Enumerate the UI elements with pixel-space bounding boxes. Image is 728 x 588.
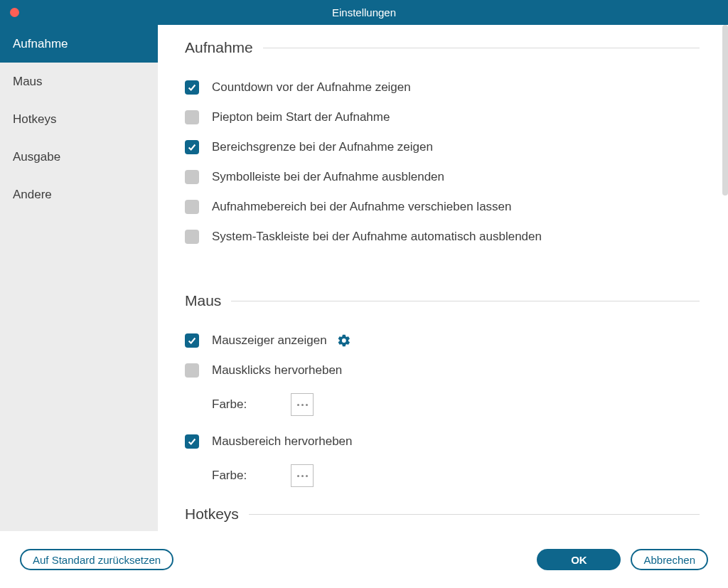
check-row-highlight-clicks: Mausklicks hervorheben: [185, 363, 700, 378]
check-row: Symbolleiste bei der Aufnahme ausblenden: [185, 170, 700, 184]
gear-icon[interactable]: [337, 333, 351, 348]
checkbox[interactable]: [185, 140, 199, 154]
checkbox[interactable]: [185, 170, 199, 184]
sidebar-item-label: Hotkeys: [13, 112, 56, 127]
section-heading-maus: Maus: [185, 292, 700, 309]
sidebar-item-label: Andere: [13, 188, 52, 202]
sidebar-item-ausgabe[interactable]: Ausgabe: [0, 138, 158, 176]
color-label: Farbe:: [212, 469, 247, 483]
color-label: Farbe:: [212, 397, 247, 412]
sidebar-item-label: Maus: [13, 75, 43, 89]
section-title: Aufnahme: [185, 39, 263, 56]
section-divider: [263, 48, 700, 48]
section-title: Maus: [185, 292, 231, 309]
titlebar: Einstellungen: [0, 0, 728, 25]
sidebar-item-label: Aufnahme: [13, 37, 68, 51]
checkbox[interactable]: [185, 200, 199, 214]
checkbox-show-cursor[interactable]: [185, 333, 199, 348]
sidebar-item-hotkeys[interactable]: Hotkeys: [0, 100, 158, 138]
check-row: System-Taskleiste bei der Aufnahme autom…: [185, 230, 700, 244]
section-divider: [249, 514, 700, 515]
footer: Auf Standard zurücksetzen OK Abbrechen: [0, 531, 728, 588]
ok-button[interactable]: OK: [537, 549, 621, 570]
sidebar-item-label: Ausgabe: [13, 150, 60, 164]
section-divider: [231, 301, 700, 301]
sidebar-item-maus[interactable]: Maus: [0, 63, 158, 100]
check-row: Countdown vor der Aufnahme zeigen: [185, 80, 700, 95]
color-row-clicks: Farbe:: [212, 393, 700, 416]
cancel-button[interactable]: Abbrechen: [631, 549, 708, 570]
check-label: Bereichsgrenze bei der Aufnahme zeigen: [212, 140, 433, 154]
section-heading-aufnahme: Aufnahme: [185, 39, 700, 56]
check-row: Piepton beim Start der Aufnahme: [185, 110, 700, 124]
check-label: Aufnahmebereich bei der Aufnahme verschi…: [212, 200, 512, 214]
check-label: System-Taskleiste bei der Aufnahme autom…: [212, 230, 542, 244]
check-label: Symbolleiste bei der Aufnahme ausblenden: [212, 170, 444, 184]
check-row: Aufnahmebereich bei der Aufnahme verschi…: [185, 200, 700, 214]
checkbox-highlight-area[interactable]: [185, 434, 199, 449]
color-row-area: Farbe:: [212, 464, 700, 487]
check-row-highlight-area: Mausbereich hervorheben: [185, 434, 700, 449]
check-label: Countdown vor der Aufnahme zeigen: [212, 80, 411, 95]
checkbox[interactable]: [185, 80, 199, 95]
more-colors-button[interactable]: [291, 464, 314, 487]
settings-content: Aufnahme Countdown vor der Aufnahme zeig…: [158, 25, 728, 531]
check-label: Piepton beim Start der Aufnahme: [212, 110, 390, 124]
check-row: Bereichsgrenze bei der Aufnahme zeigen: [185, 140, 700, 154]
check-label: Mauszeiger anzeigen: [212, 333, 327, 348]
section-heading-hotkeys: Hotkeys: [185, 506, 700, 523]
check-label: Mausbereich hervorheben: [212, 434, 353, 449]
check-row-show-cursor: Mauszeiger anzeigen: [185, 333, 700, 348]
window-title: Einstellungen: [0, 6, 728, 18]
checkbox-highlight-clicks[interactable]: [185, 363, 199, 378]
sidebar-item-aufnahme[interactable]: Aufnahme: [0, 25, 158, 63]
sidebar-item-andere[interactable]: Andere: [0, 176, 158, 213]
scrollbar-thumb[interactable]: [722, 25, 728, 196]
checkbox[interactable]: [185, 230, 199, 244]
close-window-button[interactable]: [10, 8, 19, 17]
sidebar: Aufnahme Maus Hotkeys Ausgabe Andere: [0, 25, 158, 531]
more-colors-button[interactable]: [291, 393, 314, 416]
checkbox[interactable]: [185, 110, 199, 124]
reset-button[interactable]: Auf Standard zurücksetzen: [20, 549, 173, 570]
section-title: Hotkeys: [185, 506, 249, 523]
check-label: Mausklicks hervorheben: [212, 363, 342, 378]
